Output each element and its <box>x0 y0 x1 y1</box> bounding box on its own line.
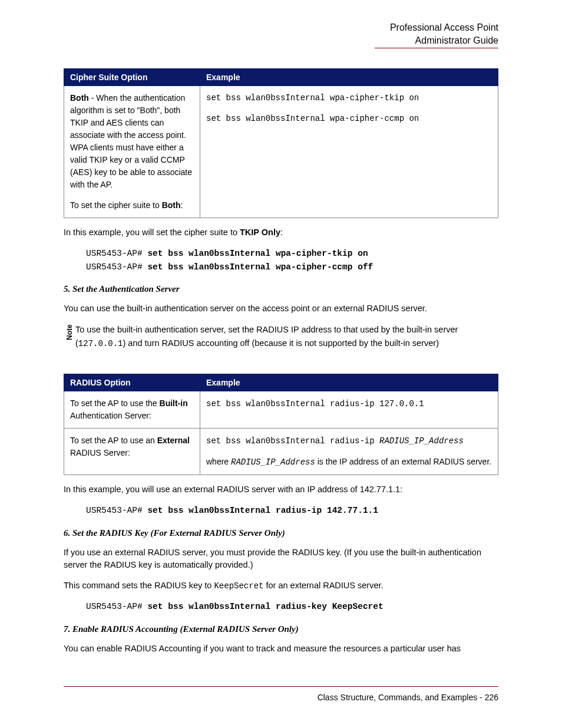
cb1-prompt2: USR5453-AP# <box>86 262 147 272</box>
t2r1-post: Authentication Server: <box>70 411 151 420</box>
codeblock-radius-ip: USR5453-AP# set bss wlan0bssInternal rad… <box>86 504 498 517</box>
t2r2-note-var: RADIUS_IP_Address <box>231 457 315 467</box>
codeblock-radius-key: USR5453-AP# set bss wlan0bssInternal rad… <box>86 600 498 613</box>
table1-header-example: Example <box>200 69 498 86</box>
para5-post: for an external RADIUS server. <box>263 581 383 590</box>
table2-row1-example: set bss wlan0bssInternal radius-ip 127.0… <box>200 391 498 429</box>
table1-cell-desc: Both - When the authentication algorithm… <box>64 86 200 218</box>
para-radius-key: If you use an external RADIUS server, yo… <box>64 546 498 571</box>
para1-bold: TKIP Only <box>240 228 280 237</box>
cb1-prompt1: USR5453-AP# <box>86 249 147 258</box>
para-external-radius: In this example, you will use an externa… <box>64 483 498 496</box>
para1-post: : <box>280 228 283 237</box>
cb1-cmd1: set bss wlan0bssInternal wpa-cipher-tkip… <box>147 249 368 258</box>
cipher-set-bold: Both <box>162 200 181 210</box>
para-tkip-only: In this example, you will set the cipher… <box>64 226 498 239</box>
t2r2-note-pre: where <box>206 457 231 466</box>
page-header: Professional Access Point Administrator … <box>64 21 498 51</box>
heading-5: 5. Set the Authentication Server <box>64 284 498 294</box>
table1-header-option: Cipher Suite Option <box>64 69 200 86</box>
para-radius-accounting: You can enable RADIUS Accounting if you … <box>64 643 498 655</box>
note-ip: 127.0.0.1 <box>78 339 123 348</box>
t2r1-pre: To set the AP to use the <box>70 398 160 408</box>
table2-row2-example: set bss wlan0bssInternal radius-ip RADIU… <box>200 429 498 475</box>
note-block: Note To use the built-in authentication … <box>64 323 498 350</box>
note-body: To use the built-in authentication serve… <box>75 323 498 350</box>
cb2-cmd: set bss wlan0bssInternal radius-ip 142.7… <box>147 506 378 515</box>
heading-6: 6. Set the RADIUS Key (For External RADI… <box>64 528 498 538</box>
radius-option-table: RADIUS Option Example To set the AP to u… <box>64 374 498 475</box>
t2r2-pre: To set the AP to use an <box>70 436 157 445</box>
cipher-set-post: : <box>181 200 183 210</box>
cipher-code2: set bss wlan0bssInternal wpa-cipher-ccmp… <box>206 113 492 125</box>
cb2-prompt: USR5453-AP# <box>86 506 147 515</box>
header-line2: Administrator Guide <box>64 34 498 47</box>
table2-row1-desc: To set the AP to use the Built-in Authen… <box>64 391 200 429</box>
heading-7: 7. Enable RADIUS Accounting (External RA… <box>64 624 498 634</box>
cipher-both-bold: Both <box>70 93 89 103</box>
cb3-cmd: set bss wlan0bssInternal radius-key Keep… <box>147 602 383 611</box>
codeblock-tkip: USR5453-AP# set bss wlan0bssInternal wpa… <box>86 247 498 274</box>
cipher-both-desc: - When the authentication algorithm is s… <box>70 93 192 189</box>
t2r2-code-pre: set bss wlan0bssInternal radius-ip <box>206 436 379 446</box>
cb1-cmd2: set bss wlan0bssInternal wpa-cipher-ccmp… <box>147 262 373 272</box>
para5-pre: This command sets the RADIUS key to <box>64 581 214 590</box>
cipher-code1: set bss wlan0bssInternal wpa-cipher-tkip… <box>206 92 492 104</box>
t2r1-bold: Built-in <box>160 398 188 408</box>
footer-text: Class Structure, Commands, and Examples … <box>64 693 498 702</box>
table2-row2-desc: To set the AP to use an External RADIUS … <box>64 429 200 475</box>
note-line2: ) and turn RADIUS accounting off (becaus… <box>123 338 439 348</box>
para5-mono: KeepSecret <box>214 581 263 591</box>
t2r2-post: RADIUS Server: <box>70 448 130 457</box>
t2r2-note-post: is the IP address of an external RADIUS … <box>315 457 491 466</box>
t2r2-code-var: RADIUS_IP_Address <box>379 436 464 446</box>
note-label: Note <box>65 328 74 340</box>
page-footer: Class Structure, Commands, and Examples … <box>64 686 498 702</box>
t2r2-bold: External <box>157 436 190 445</box>
header-line1: Professional Access Point <box>64 21 498 34</box>
cipher-set-pre: To set the cipher suite to <box>70 200 162 210</box>
para-keepsecret: This command sets the RADIUS key to Keep… <box>64 579 498 592</box>
table2-header-option: RADIUS Option <box>64 374 200 391</box>
table2-header-example: Example <box>200 374 498 391</box>
cb3-prompt: USR5453-AP# <box>86 602 147 611</box>
para-auth-server: You can use the built-in authentication … <box>64 302 498 315</box>
para1-pre: In this example, you will set the cipher… <box>64 228 240 237</box>
t2r1-code: set bss wlan0bssInternal radius-ip 127.0… <box>206 399 424 409</box>
table1-cell-example: set bss wlan0bssInternal wpa-cipher-tkip… <box>200 86 498 218</box>
footer-rule <box>64 686 498 687</box>
cipher-suite-table: Cipher Suite Option Example Both - When … <box>64 68 498 218</box>
header-rule <box>375 48 498 48</box>
